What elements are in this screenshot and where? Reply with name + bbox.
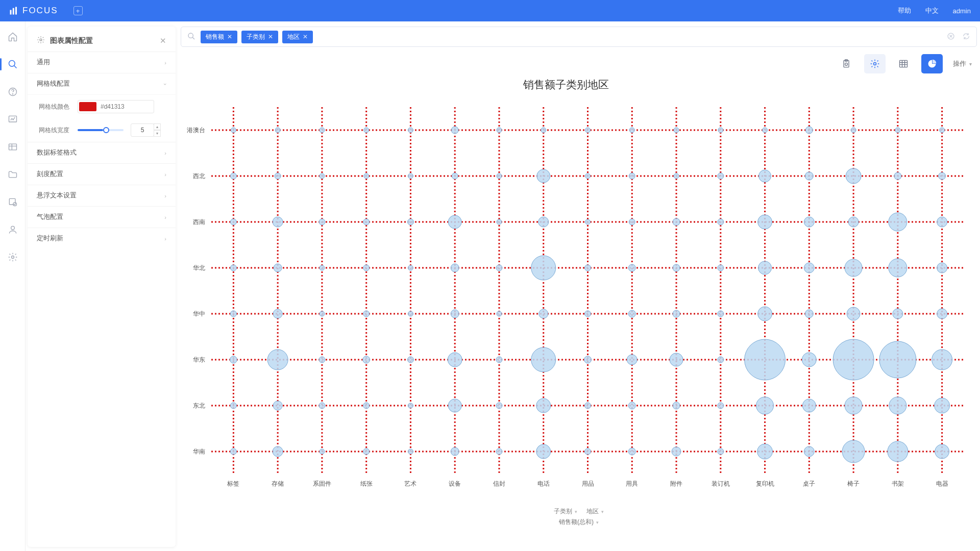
legend-y[interactable]: 地区▾ bbox=[586, 507, 604, 516]
color-swatch bbox=[79, 102, 96, 111]
search-tag[interactable]: 子类别✕ bbox=[241, 31, 278, 43]
svg-point-104 bbox=[585, 265, 591, 271]
gridwidth-value[interactable]: 5 bbox=[131, 123, 154, 137]
svg-point-156 bbox=[628, 402, 635, 409]
svg-point-58 bbox=[805, 127, 813, 134]
svg-point-85 bbox=[497, 219, 502, 224]
svg-point-128 bbox=[893, 309, 903, 319]
chevron-right-icon: › bbox=[164, 171, 166, 178]
gridcolor-value: #d41313 bbox=[101, 103, 125, 110]
svg-point-124 bbox=[718, 311, 724, 317]
svg-point-49 bbox=[408, 128, 413, 133]
nav-home-icon[interactable] bbox=[7, 31, 19, 43]
svg-point-113 bbox=[230, 311, 236, 317]
svg-point-69 bbox=[537, 169, 550, 183]
svg-point-63 bbox=[275, 173, 281, 179]
svg-point-126 bbox=[805, 310, 813, 318]
svg-point-154 bbox=[536, 398, 551, 413]
chart-legend-dims: 子类别▾ 地区▾ bbox=[181, 507, 977, 516]
svg-text:艺术: 艺术 bbox=[404, 480, 416, 487]
nav-table-icon[interactable] bbox=[7, 141, 19, 153]
svg-point-80 bbox=[273, 217, 283, 227]
svg-point-115 bbox=[320, 311, 325, 316]
tag-remove-icon[interactable]: ✕ bbox=[303, 33, 308, 40]
svg-point-164 bbox=[230, 448, 236, 455]
gridwidth-slider[interactable] bbox=[78, 129, 124, 131]
svg-point-79 bbox=[230, 219, 236, 225]
section-general[interactable]: 通用› bbox=[28, 52, 176, 73]
search-tag[interactable]: 地区✕ bbox=[282, 31, 313, 43]
svg-point-148 bbox=[273, 401, 282, 410]
svg-point-151 bbox=[408, 403, 413, 408]
svg-point-108 bbox=[758, 261, 772, 274]
svg-point-74 bbox=[759, 170, 771, 182]
svg-point-163 bbox=[935, 398, 950, 413]
svg-point-134 bbox=[407, 357, 413, 363]
nav-help-icon[interactable] bbox=[7, 86, 19, 98]
nav-db-icon[interactable] bbox=[7, 196, 19, 208]
close-icon[interactable]: ✕ bbox=[160, 36, 166, 45]
svg-text:华南: 华南 bbox=[193, 448, 205, 455]
svg-point-54 bbox=[629, 128, 634, 133]
chevron-right-icon: › bbox=[164, 236, 166, 242]
svg-text:华中: 华中 bbox=[193, 310, 205, 317]
section-bubble[interactable]: 气泡配置› bbox=[28, 206, 176, 228]
section-refresh[interactable]: 定时刷新› bbox=[28, 228, 176, 249]
svg-point-91 bbox=[758, 215, 772, 229]
svg-point-171 bbox=[536, 444, 551, 459]
svg-text:用品: 用品 bbox=[582, 480, 594, 487]
svg-point-122 bbox=[628, 310, 635, 317]
operate-dropdown[interactable]: 操作▾ bbox=[953, 59, 972, 68]
refresh-icon[interactable] bbox=[962, 32, 970, 42]
chevron-down-icon: ▾ bbox=[575, 509, 577, 514]
svg-point-158 bbox=[718, 403, 724, 409]
nav-search-icon[interactable] bbox=[7, 58, 19, 70]
svg-rect-0 bbox=[10, 10, 12, 15]
nav-user-icon[interactable] bbox=[7, 223, 19, 236]
svg-point-66 bbox=[408, 173, 413, 179]
settings-button[interactable] bbox=[864, 54, 886, 73]
svg-point-86 bbox=[538, 217, 549, 227]
clipboard-button[interactable] bbox=[836, 54, 857, 73]
search-bar[interactable]: 销售额✕ 子类别✕ 地区✕ bbox=[181, 27, 977, 47]
chart-view-button[interactable] bbox=[921, 54, 943, 73]
section-hover[interactable]: 悬浮文本设置› bbox=[28, 185, 176, 206]
svg-point-97 bbox=[274, 264, 282, 272]
user-link[interactable]: admin bbox=[953, 7, 971, 15]
spin-up[interactable]: ▴ bbox=[154, 123, 161, 130]
svg-point-117 bbox=[408, 311, 413, 316]
svg-point-142 bbox=[745, 339, 786, 380]
nav-folder-icon[interactable] bbox=[7, 168, 19, 181]
clear-icon[interactable] bbox=[947, 32, 955, 42]
table-view-button[interactable] bbox=[893, 54, 914, 73]
legend-x[interactable]: 子类别▾ bbox=[554, 507, 577, 516]
help-link[interactable]: 帮助 bbox=[898, 6, 911, 15]
svg-point-136 bbox=[496, 357, 502, 363]
svg-point-165 bbox=[273, 446, 283, 457]
svg-point-75 bbox=[805, 172, 813, 180]
chevron-right-icon: › bbox=[164, 60, 166, 66]
svg-point-60 bbox=[895, 128, 900, 133]
add-button[interactable]: + bbox=[74, 6, 83, 15]
nav-settings-icon[interactable] bbox=[7, 251, 19, 263]
svg-point-155 bbox=[585, 403, 591, 409]
tag-remove-icon[interactable]: ✕ bbox=[268, 33, 273, 40]
chart-legend-measure: 销售额(总和)▾ bbox=[181, 518, 977, 527]
svg-point-57 bbox=[763, 128, 768, 133]
svg-point-67 bbox=[452, 173, 458, 179]
bubble-chart[interactable]: 港澳台西北西南华北华中华东东北华南标签存储系固件纸张艺术设备信封电话用品用具附件… bbox=[181, 97, 969, 505]
tag-remove-icon[interactable]: ✕ bbox=[227, 33, 232, 40]
svg-point-149 bbox=[319, 403, 325, 409]
section-gridline[interactable]: 网格线配置› bbox=[28, 73, 176, 94]
svg-point-112 bbox=[937, 263, 947, 273]
nav-chart-icon[interactable] bbox=[7, 113, 19, 126]
section-scale[interactable]: 刻度配置› bbox=[28, 163, 176, 185]
section-datalabel[interactable]: 数据标签格式› bbox=[28, 142, 176, 163]
legend-measure[interactable]: 销售额(总和)▾ bbox=[559, 518, 599, 527]
search-tag[interactable]: 销售额✕ bbox=[201, 31, 237, 43]
lang-link[interactable]: 中文 bbox=[925, 6, 939, 15]
svg-point-120 bbox=[539, 309, 548, 318]
spin-down[interactable]: ▾ bbox=[154, 130, 161, 137]
gridcolor-input[interactable]: #d41313 bbox=[78, 100, 154, 113]
svg-point-109 bbox=[804, 263, 814, 273]
